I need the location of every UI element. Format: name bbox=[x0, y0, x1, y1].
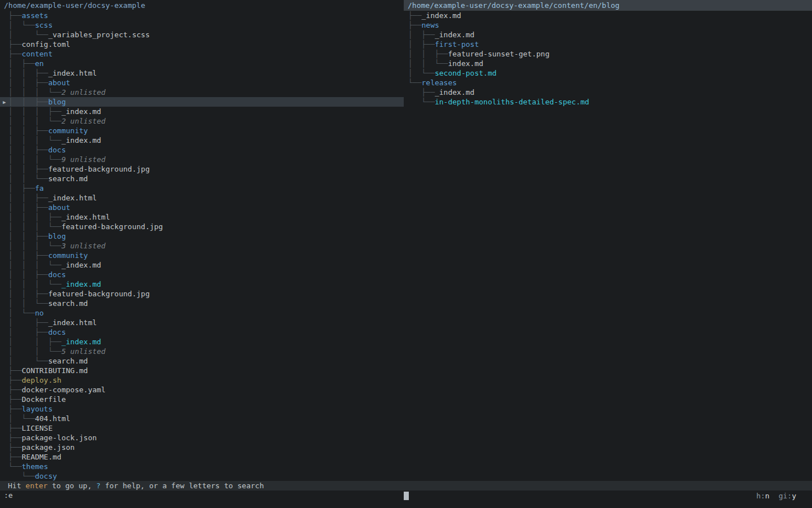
tree-row-directory[interactable]: │ └──no bbox=[0, 308, 404, 318]
left-file-tree: ├──assets│ └──scss│ └──_variables_projec… bbox=[0, 11, 404, 481]
tree-branch-lines: │ │ │ └── bbox=[8, 155, 61, 164]
tree-row-directory[interactable]: └──docsy bbox=[0, 471, 404, 481]
tree-row-file[interactable]: │ └──search.md bbox=[0, 356, 404, 366]
tree-row-directory[interactable]: ├──assets bbox=[0, 11, 404, 20]
tree-row-file[interactable]: └──in-depth-monoliths-detailed-spec.md bbox=[404, 97, 812, 107]
tree-branch-lines: │ │ └── bbox=[8, 174, 48, 183]
tree-row-directory[interactable]: │ │ ├──community bbox=[0, 251, 404, 260]
help-flag-label: h bbox=[756, 492, 761, 500]
tree-row-file[interactable]: │ │ │ └──_index.md bbox=[0, 260, 404, 270]
tree-row-file[interactable]: │ │ │ └──featured-background.jpg bbox=[0, 222, 404, 231]
tree-row-file[interactable]: │ │ │ ├──_index.html bbox=[0, 212, 404, 222]
tree-row-file[interactable]: │ │ └──search.md bbox=[0, 174, 404, 183]
tree-row-directory[interactable]: │ ├──docs bbox=[0, 327, 404, 337]
entry-name: package.json bbox=[21, 443, 74, 452]
gitignore-flag-value: y bbox=[792, 492, 796, 500]
tree-branch-lines: │ │ └── bbox=[8, 299, 48, 308]
entry-name: docs bbox=[48, 270, 65, 279]
right-command-input[interactable]: h:n gi:y bbox=[404, 491, 812, 501]
tree-row-directory[interactable]: │ │ ├──docs bbox=[0, 270, 404, 279]
tree-branch-lines: │ │ │ └── bbox=[8, 88, 61, 97]
tree-row-file[interactable]: ├──deploy.sh bbox=[0, 375, 404, 385]
tree-row-directory[interactable]: ▶│ │ ├──blog bbox=[0, 97, 404, 107]
entry-name: fa bbox=[35, 184, 44, 192]
tree-row-directory[interactable]: │ │ ├──about bbox=[0, 78, 404, 87]
tree-row-unlisted[interactable]: │ │ │ └──3 unlisted bbox=[0, 241, 404, 251]
tree-row-directory[interactable]: ├──layouts bbox=[0, 404, 404, 414]
tree-row-file[interactable]: ├──Dockerfile bbox=[0, 395, 404, 404]
tree-row-directory[interactable]: │ ├──first-post bbox=[404, 40, 812, 49]
tree-row-file[interactable]: │ │ │ └──_index.md bbox=[0, 135, 404, 145]
tree-branch-lines: ├── bbox=[408, 21, 421, 29]
tree-row-file[interactable]: │ └──second-post.md bbox=[404, 68, 812, 78]
entry-name: docs bbox=[48, 146, 65, 154]
tree-row-directory[interactable]: │ │ ├──community bbox=[0, 126, 404, 135]
entry-name: _index.html bbox=[48, 318, 96, 327]
tree-row-file[interactable]: │ │ │ └──_index.md bbox=[0, 279, 404, 289]
tree-branch-lines: │ │ │ └── bbox=[8, 280, 61, 288]
tree-branch-lines: │ ├── bbox=[8, 59, 35, 68]
tree-row-directory[interactable]: │ └──scss bbox=[0, 20, 404, 30]
entry-name: releases bbox=[421, 78, 457, 87]
tree-branch-lines: │ │ ├── bbox=[8, 270, 48, 279]
tree-row-unlisted[interactable]: │ │ └──5 unlisted bbox=[0, 347, 404, 356]
tree-row-file[interactable]: │ ├──_index.html bbox=[0, 318, 404, 327]
entry-name: community bbox=[48, 126, 87, 135]
tree-row-file[interactable]: │ ├──_index.md bbox=[404, 30, 812, 40]
tree-row-file[interactable]: ├──CONTRIBUTING.md bbox=[0, 366, 404, 375]
tree-branch-lines: │ │ └── bbox=[8, 347, 61, 356]
tree-row-file[interactable]: │ │ │ ├──_index.md bbox=[0, 107, 404, 116]
tree-row-file[interactable]: │ └──404.html bbox=[0, 414, 404, 423]
tree-row-file[interactable]: ├──package-lock.json bbox=[0, 433, 404, 443]
tree-row-file[interactable]: │ │ ├──_index.html bbox=[0, 193, 404, 203]
tree-row-directory[interactable]: │ ├──fa bbox=[0, 183, 404, 193]
entry-name: deploy.sh bbox=[21, 376, 61, 384]
tree-row-file[interactable]: │ │ ├──featured-sunset-get.png bbox=[404, 49, 812, 59]
entry-name: first-post bbox=[435, 40, 479, 49]
tree-row-file[interactable]: │ │ ├──_index.md bbox=[0, 337, 404, 347]
tree-branch-lines: │ │ │ └── bbox=[8, 242, 61, 250]
tree-row-file[interactable]: ├──package.json bbox=[0, 443, 404, 452]
tree-row-file[interactable]: │ │ └──search.md bbox=[0, 299, 404, 308]
left-panel-path[interactable]: /home/example-user/docsy-example bbox=[0, 0, 404, 11]
tree-row-file[interactable]: │ │ ├──featured-background.jpg bbox=[0, 164, 404, 174]
tree-row-file[interactable]: │ └──_variables_project.scss bbox=[0, 30, 404, 40]
tree-row-unlisted[interactable]: │ │ │ └──9 unlisted bbox=[0, 155, 404, 164]
entry-name: assets bbox=[21, 11, 48, 20]
text-cursor-icon bbox=[404, 492, 409, 500]
tree-branch-lines: ├── bbox=[8, 50, 21, 58]
right-panel-path[interactable]: /home/example-user/docsy-example/content… bbox=[404, 0, 812, 11]
tree-row-file[interactable]: ├──docker-compose.yaml bbox=[0, 385, 404, 395]
entry-name: docsy bbox=[35, 472, 57, 480]
tree-row-directory[interactable]: │ │ ├──blog bbox=[0, 231, 404, 241]
tree-row-directory[interactable]: ├──news bbox=[404, 20, 812, 30]
tree-row-file[interactable]: ├──README.md bbox=[0, 452, 404, 462]
tree-row-directory[interactable]: └──releases bbox=[404, 78, 812, 87]
tree-row-directory[interactable]: │ │ ├──docs bbox=[0, 145, 404, 155]
entry-name: blog bbox=[48, 232, 65, 240]
entry-name: search.md bbox=[48, 174, 87, 183]
tree-branch-lines: │ │ └── bbox=[408, 59, 448, 68]
entry-name: layouts bbox=[21, 405, 52, 413]
entry-name: _index.md bbox=[435, 88, 474, 97]
tree-row-directory[interactable]: │ │ ├──about bbox=[0, 203, 404, 212]
left-command-input[interactable]: :e bbox=[0, 491, 404, 501]
tree-row-directory[interactable]: │ ├──en bbox=[0, 59, 404, 68]
tree-row-file[interactable]: ├──config.toml bbox=[0, 40, 404, 49]
entry-name: _index.html bbox=[48, 69, 96, 77]
unlisted-count: 9 unlisted bbox=[61, 155, 105, 164]
right-panel: /home/example-user/docsy-example/content… bbox=[404, 0, 812, 481]
tree-row-file[interactable]: │ │ └──index.md bbox=[404, 59, 812, 68]
tree-row-file[interactable]: ├──LICENSE bbox=[0, 423, 404, 433]
selection-arrow-icon: ▶ bbox=[3, 98, 6, 107]
entry-name: community bbox=[48, 251, 87, 260]
tree-row-directory[interactable]: └──themes bbox=[0, 462, 404, 471]
tree-row-directory[interactable]: ├──content bbox=[0, 49, 404, 59]
tree-row-file[interactable]: │ │ ├──featured-background.jpg bbox=[0, 289, 404, 299]
tree-row-unlisted[interactable]: │ │ │ └──2 unlisted bbox=[0, 87, 404, 97]
tree-row-file[interactable]: │ │ ├──_index.html bbox=[0, 68, 404, 78]
tree-branch-lines: │ │ │ └── bbox=[8, 117, 61, 125]
tree-row-file[interactable]: ├──_index.md bbox=[404, 11, 812, 20]
tree-row-unlisted[interactable]: │ │ │ └──2 unlisted bbox=[0, 116, 404, 126]
tree-row-file[interactable]: ├──_index.md bbox=[404, 87, 812, 97]
